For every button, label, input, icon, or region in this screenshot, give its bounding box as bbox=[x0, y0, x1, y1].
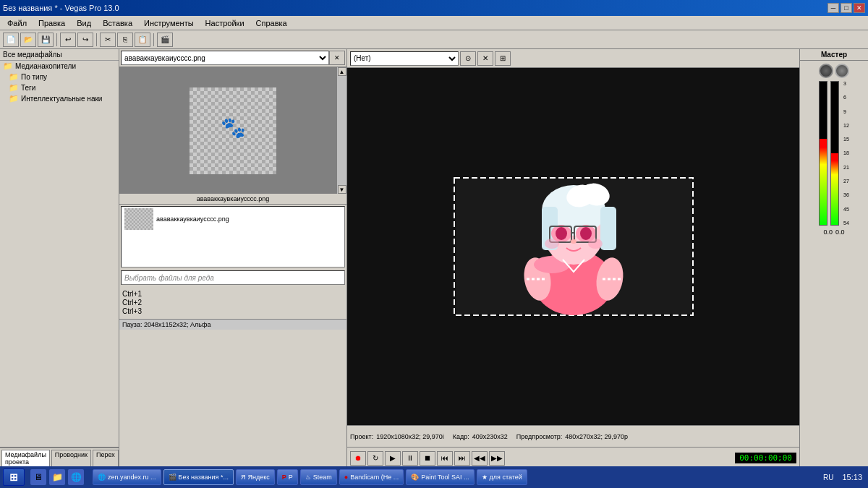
taskbar-tray: RU 15:13 bbox=[820, 473, 865, 481]
start-button[interactable]: ⊞ bbox=[3, 468, 25, 486]
quick-launch-1[interactable]: 🖥 bbox=[30, 469, 46, 485]
prev-play-btn[interactable]: ▶ bbox=[385, 451, 401, 466]
main-area: Все медиафайлы 📁 Медианакопители 📁 По ти… bbox=[0, 49, 868, 468]
quick-launch-2[interactable]: 📁 bbox=[49, 469, 65, 485]
toolbar-paste[interactable]: 📋 bbox=[135, 33, 150, 47]
tray-lang[interactable]: RU bbox=[820, 474, 836, 481]
meter-fill-right bbox=[831, 153, 838, 225]
svg-rect-19 bbox=[600, 207, 616, 250]
taskbar-item-ya2[interactable]: Я Яндекс bbox=[236, 469, 275, 485]
tab-explorer[interactable]: Проводник bbox=[51, 450, 91, 467]
maximize-button[interactable]: □ bbox=[841, 3, 852, 13]
menu-file[interactable]: Файл bbox=[1, 17, 33, 29]
preview-scrollbar[interactable]: ▲ ▼ bbox=[336, 67, 346, 194]
windows-logo: ⊞ bbox=[9, 471, 18, 483]
toolbar-sep-1 bbox=[56, 33, 57, 46]
preview-res-label: Предпросмотр: bbox=[516, 433, 563, 440]
preview-tb-btn-2[interactable]: ✕ bbox=[477, 51, 493, 66]
title-bar-text: Без названия * - Vegas Pro 13.0 bbox=[3, 4, 119, 12]
media-tree-title: Все медиафайлы bbox=[3, 51, 62, 59]
media-list-item[interactable]: ававаккаувкаиусссс.png bbox=[122, 207, 344, 231]
folder-icon-tags: 📁 bbox=[9, 83, 19, 93]
prev-stop-btn[interactable]: ⏹ bbox=[420, 451, 435, 466]
media-list-area[interactable]: ававаккаувкаиусссс.png bbox=[121, 206, 345, 267]
toolbar-undo[interactable]: ↩ bbox=[60, 33, 76, 47]
taskbar-item-vegas-label: Без названия *... bbox=[179, 474, 229, 481]
menu-edit[interactable]: Правка bbox=[33, 17, 71, 29]
prev-frame-fwd[interactable]: ▶▶ bbox=[489, 451, 505, 466]
taskbar-item-articles-icon: ★ bbox=[482, 474, 488, 481]
prev-frame-back[interactable]: ◀◀ bbox=[472, 451, 488, 466]
scroll-up-btn[interactable]: ▲ bbox=[338, 67, 346, 76]
media-preview-panel: ававаккаувкаиусссс.png ✕ 🐾 bbox=[119, 49, 347, 468]
toolbar-sep-3 bbox=[153, 33, 154, 46]
tree-label-smart: Интеллектуальные наки bbox=[21, 95, 102, 103]
tree-item-tags[interactable]: 📁 Теги bbox=[0, 82, 119, 93]
meter-labels: 3 6 9 12 15 18 21 27 36 45 54 bbox=[843, 81, 849, 226]
taskbar-item-powerpoint[interactable]: P P bbox=[277, 469, 298, 485]
taskbar-item-steam[interactable]: ♨ Steam bbox=[300, 469, 337, 485]
toolbar-copy[interactable]: ⎘ bbox=[117, 33, 133, 47]
taskbar-item-vegas[interactable]: 🎬 Без названия *... bbox=[163, 469, 234, 485]
menu-insert[interactable]: Вставка bbox=[97, 17, 138, 29]
toolbar-new[interactable]: 📄 bbox=[3, 33, 19, 47]
hotkey-3: Ctrl+3 bbox=[122, 307, 344, 315]
preview-close-btn[interactable]: ✕ bbox=[329, 51, 345, 65]
meter-left bbox=[819, 81, 827, 226]
preview-timecode: 00:00:00;00 bbox=[735, 453, 796, 463]
tree-label-tags: Теги bbox=[21, 84, 35, 92]
menu-help[interactable]: Справка bbox=[250, 17, 293, 29]
prev-loop-btn[interactable]: ↻ bbox=[367, 451, 383, 466]
prev-record-btn[interactable]: ⏺ bbox=[350, 451, 366, 466]
taskbar-item-bandicam-label: Bandicam (Не ... bbox=[350, 474, 399, 481]
taskbar-item-steam-icon: ♨ bbox=[305, 474, 311, 481]
close-button[interactable]: ✕ bbox=[854, 3, 865, 13]
master-knobs bbox=[819, 64, 849, 78]
preview-none-select[interactable]: (Нет) bbox=[350, 51, 459, 66]
menu-view[interactable]: Вид bbox=[71, 17, 97, 29]
folder-icon-smart: 📁 bbox=[9, 94, 19, 103]
toolbar-render[interactable]: 🎬 bbox=[157, 33, 173, 47]
quick-launch-3[interactable]: 🌐 bbox=[68, 469, 84, 485]
minimize-button[interactable]: ─ bbox=[827, 3, 839, 13]
taskbar-item-bandicam[interactable]: ● Bandicam (Не ... bbox=[339, 469, 404, 485]
hotkeys-area: Ctrl+1 Ctrl+2 Ctrl+3 bbox=[119, 286, 346, 319]
taskbar-item-articles[interactable]: ★ для статей bbox=[477, 469, 527, 485]
tree-item-by-type[interactable]: 📁 По типу bbox=[0, 72, 119, 82]
taskbar-item-painttool[interactable]: 🎨 Paint Tool SAI ... bbox=[406, 469, 474, 485]
media-preview-select[interactable]: ававаккаувкаиусссс.png bbox=[121, 51, 329, 65]
edit-placeholder: Выбрать файлы для реда bbox=[124, 274, 214, 282]
toolbar: 📄 📂 💾 ↩ ↪ ✂ ⎘ 📋 🎬 bbox=[0, 30, 868, 49]
master-pan-knob[interactable] bbox=[819, 64, 833, 78]
preview-tb-btn-1[interactable]: ⊙ bbox=[460, 51, 476, 66]
toolbar-redo[interactable]: ↪ bbox=[77, 33, 93, 47]
tree-item-media-drives[interactable]: 📁 Медианакопители bbox=[0, 61, 119, 72]
tab-transitions[interactable]: Перех bbox=[93, 450, 119, 467]
folder-icon-drives: 📁 bbox=[3, 61, 13, 71]
prev-next-btn[interactable]: ⏭ bbox=[454, 451, 470, 466]
toolbar-open[interactable]: 📂 bbox=[20, 33, 36, 47]
prev-prev-btn[interactable]: ⏮ bbox=[437, 451, 453, 466]
tab-media-files[interactable]: Медиафайлы проекта bbox=[1, 450, 50, 467]
preview-controls: ⏺ ↻ ▶ ⏸ ⏹ ⏮ ⏭ ◀◀ ▶▶ 00:00:00;00 bbox=[347, 447, 799, 468]
media-preview-header: ававаккаувкаиусссс.png ✕ bbox=[119, 49, 346, 67]
master-header: Мастер bbox=[800, 49, 868, 61]
toolbar-cut[interactable]: ✂ bbox=[100, 33, 116, 47]
tree-item-smart[interactable]: 📁 Интеллектуальные наки bbox=[0, 93, 119, 104]
master-db-right: 0.0 bbox=[835, 228, 845, 236]
menu-settings[interactable]: Настройки bbox=[200, 17, 250, 29]
menu-bar: Файл Правка Вид Вставка Инструменты Наст… bbox=[0, 16, 868, 30]
anime-girl-svg bbox=[440, 167, 707, 326]
scroll-down-btn[interactable]: ▼ bbox=[338, 185, 346, 194]
media-edit-field[interactable]: Выбрать файлы для реда bbox=[121, 270, 345, 285]
prev-pause-btn[interactable]: ⏸ bbox=[402, 451, 418, 466]
toolbar-save[interactable]: 💾 bbox=[38, 33, 54, 47]
taskbar-item-steam-label: Steam bbox=[313, 474, 332, 481]
preview-tb-btn-3[interactable]: ⊞ bbox=[495, 51, 511, 66]
menu-tools[interactable]: Инструменты bbox=[138, 17, 200, 29]
master-volume-knob[interactable] bbox=[835, 64, 849, 78]
anime-preview-container bbox=[347, 68, 799, 425]
taskbar-item-yandex[interactable]: 🌐 zen.yandex.ru ... bbox=[93, 469, 161, 485]
media-info: Пауза: 2048x1152x32; Альфа bbox=[119, 319, 346, 330]
volume-meter: 3 6 9 12 15 18 21 27 36 45 54 bbox=[819, 81, 849, 226]
